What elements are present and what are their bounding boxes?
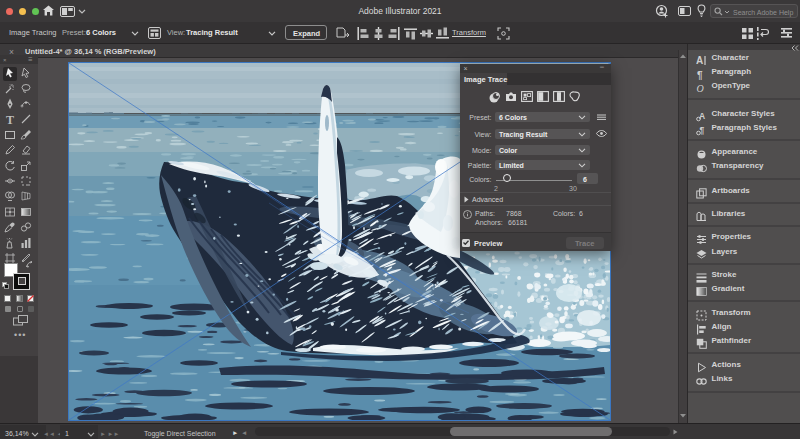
svg-text:O: O: [696, 83, 703, 94]
svg-text:T: T: [6, 113, 14, 125]
svg-text:¶: ¶: [697, 69, 703, 80]
svg-text:A: A: [696, 55, 703, 66]
